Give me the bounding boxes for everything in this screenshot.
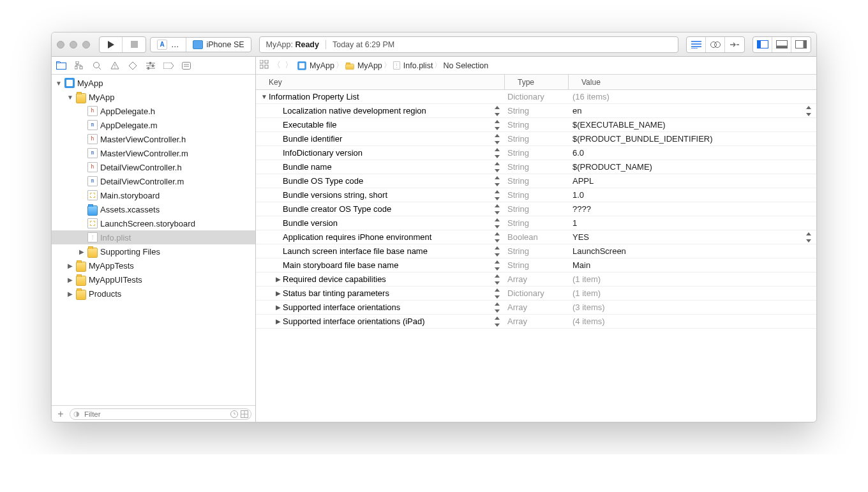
plist-type-cell[interactable]: Array bbox=[505, 272, 569, 286]
plist-value-cell[interactable]: LaunchScreen bbox=[569, 244, 816, 258]
plist-type-cell[interactable]: Dictionary bbox=[505, 90, 569, 103]
key-stepper[interactable] bbox=[495, 134, 501, 144]
plist-row[interactable]: Executable fileString$(EXECUTABLE_NAME) bbox=[256, 118, 816, 132]
column-key[interactable]: Key bbox=[256, 75, 505, 89]
related-items-button[interactable] bbox=[260, 60, 269, 71]
disclosure-triangle[interactable]: ▶ bbox=[275, 290, 281, 297]
value-stepper[interactable] bbox=[806, 232, 812, 242]
plist-type-cell[interactable]: String bbox=[505, 174, 569, 188]
plist-value-cell[interactable]: APPL bbox=[569, 174, 816, 188]
plist-value-cell[interactable]: $(EXECUTABLE_NAME) bbox=[569, 118, 816, 131]
plist-key-cell[interactable]: Bundle identifier bbox=[256, 132, 505, 145]
breadcrumb-item[interactable]: ⋮Info.plist bbox=[393, 61, 433, 70]
plist-key-cell[interactable]: ▶Required device capabilities bbox=[256, 272, 505, 286]
disclosure-triangle[interactable]: ▶ bbox=[67, 290, 73, 297]
toggle-utilities-button[interactable] bbox=[791, 37, 811, 52]
plist-type-cell[interactable]: String bbox=[505, 104, 569, 117]
plist-value-cell[interactable]: ???? bbox=[569, 202, 816, 216]
plist-value-cell[interactable]: 6.0 bbox=[569, 146, 816, 160]
plist-key-cell[interactable]: ▶Supported interface orientations bbox=[256, 301, 505, 314]
scheme-selector[interactable]: A … iPhone SE bbox=[150, 37, 251, 52]
plist-row[interactable]: Application requires iPhone environmentB… bbox=[256, 230, 816, 244]
disclosure-triangle[interactable]: ▶ bbox=[79, 248, 85, 255]
minimize-window-button[interactable] bbox=[70, 41, 77, 48]
plist-type-cell[interactable]: Array bbox=[505, 315, 569, 328]
breadcrumb-item[interactable]: MyApp bbox=[297, 61, 334, 71]
plist-key-cell[interactable]: Bundle OS Type code bbox=[256, 174, 505, 188]
key-stepper[interactable] bbox=[495, 176, 501, 186]
tree-row[interactable]: Assets.xcassets bbox=[52, 202, 255, 216]
plist-key-cell[interactable]: ▼Information Property List bbox=[256, 90, 505, 103]
recent-filter-icon[interactable] bbox=[230, 410, 239, 419]
key-stepper[interactable] bbox=[495, 162, 501, 172]
toggle-debug-area-button[interactable] bbox=[772, 37, 791, 52]
key-stepper[interactable] bbox=[495, 246, 501, 257]
symbol-navigator-tab[interactable] bbox=[73, 60, 85, 71]
key-stepper[interactable] bbox=[495, 148, 501, 158]
tree-row[interactable]: ▶Supporting Files bbox=[52, 244, 255, 258]
plist-editor[interactable]: ▼Information Property ListDictionary(16 … bbox=[256, 90, 816, 422]
plist-key-cell[interactable]: Main storyboard file base name bbox=[256, 258, 505, 272]
column-value[interactable]: Value bbox=[569, 75, 816, 89]
plist-type-cell[interactable]: String bbox=[505, 160, 569, 174]
plist-type-cell[interactable]: Array bbox=[505, 301, 569, 314]
history-back-button[interactable]: 〈 bbox=[273, 60, 281, 71]
plist-type-cell[interactable]: String bbox=[505, 188, 569, 202]
plist-key-cell[interactable]: Application requires iPhone environment bbox=[256, 230, 505, 244]
plist-row[interactable]: ▼Information Property ListDictionary(16 … bbox=[256, 90, 816, 104]
project-navigator-tab[interactable] bbox=[56, 60, 67, 71]
plist-value-cell[interactable]: 1.0 bbox=[569, 188, 816, 202]
find-navigator-tab[interactable] bbox=[91, 60, 103, 71]
plist-type-cell[interactable]: String bbox=[505, 132, 569, 145]
plist-type-cell[interactable]: String bbox=[505, 216, 569, 230]
debug-navigator-tab[interactable] bbox=[145, 60, 156, 71]
toggle-navigator-button[interactable] bbox=[753, 37, 772, 52]
plist-key-cell[interactable]: Bundle creator OS Type code bbox=[256, 202, 505, 216]
test-navigator-tab[interactable] bbox=[127, 60, 138, 71]
key-stepper[interactable] bbox=[495, 190, 501, 200]
add-button[interactable]: + bbox=[56, 408, 66, 420]
key-stepper[interactable] bbox=[495, 218, 501, 228]
filter-input[interactable] bbox=[70, 408, 251, 420]
breakpoint-navigator-tab[interactable] bbox=[163, 60, 174, 71]
report-navigator-tab[interactable] bbox=[181, 60, 192, 71]
plist-row[interactable]: Main storyboard file base nameStringMain bbox=[256, 258, 816, 272]
breadcrumb-item[interactable]: MyApp bbox=[345, 61, 382, 70]
standard-editor-button[interactable] bbox=[687, 37, 706, 52]
tree-row[interactable]: ▼MyApp bbox=[52, 90, 255, 104]
plist-row[interactable]: Localization native development regionSt… bbox=[256, 104, 816, 118]
plist-row[interactable]: Bundle versionString1 bbox=[256, 216, 816, 230]
plist-row[interactable]: Bundle versions string, shortString1.0 bbox=[256, 188, 816, 202]
plist-row[interactable]: ▶Required device capabilitiesArray(1 ite… bbox=[256, 272, 816, 287]
tree-row[interactable]: ▼MyApp bbox=[52, 76, 255, 90]
tree-row[interactable]: ▶Products bbox=[52, 287, 255, 301]
disclosure-triangle[interactable]: ▼ bbox=[261, 93, 267, 100]
plist-value-cell[interactable]: $(PRODUCT_BUNDLE_IDENTIFIER) bbox=[569, 132, 816, 145]
disclosure-triangle[interactable]: ▶ bbox=[67, 276, 73, 283]
plist-value-cell[interactable]: (4 items) bbox=[569, 315, 816, 328]
history-forward-button[interactable]: 〉 bbox=[285, 60, 293, 71]
plist-value-cell[interactable]: (3 items) bbox=[569, 301, 816, 314]
tree-row[interactable]: hAppDelegate.h bbox=[52, 104, 255, 118]
key-stepper[interactable] bbox=[495, 274, 501, 285]
plist-type-cell[interactable]: String bbox=[505, 118, 569, 131]
plist-row[interactable]: Bundle creator OS Type codeString???? bbox=[256, 202, 816, 216]
breadcrumb-item[interactable]: No Selection bbox=[443, 61, 488, 70]
assistant-editor-button[interactable] bbox=[706, 37, 725, 52]
close-window-button[interactable] bbox=[57, 41, 64, 48]
version-editor-button[interactable] bbox=[725, 37, 744, 52]
plist-row[interactable]: Launch screen interface file base nameSt… bbox=[256, 244, 816, 258]
plist-value-cell[interactable]: (1 item) bbox=[569, 287, 816, 300]
plist-value-cell[interactable]: Main bbox=[569, 258, 816, 272]
disclosure-triangle[interactable]: ▶ bbox=[275, 276, 281, 283]
column-type[interactable]: Type bbox=[505, 75, 569, 89]
key-stepper[interactable] bbox=[495, 302, 501, 313]
plist-key-cell[interactable]: Localization native development region bbox=[256, 104, 505, 117]
tree-row[interactable]: mAppDelegate.m bbox=[52, 118, 255, 132]
key-stepper[interactable] bbox=[495, 106, 501, 116]
issue-navigator-tab[interactable] bbox=[109, 60, 121, 71]
value-stepper[interactable] bbox=[806, 106, 812, 116]
key-stepper[interactable] bbox=[495, 317, 501, 327]
disclosure-triangle[interactable]: ▶ bbox=[67, 262, 73, 269]
plist-type-cell[interactable]: Boolean bbox=[505, 230, 569, 244]
